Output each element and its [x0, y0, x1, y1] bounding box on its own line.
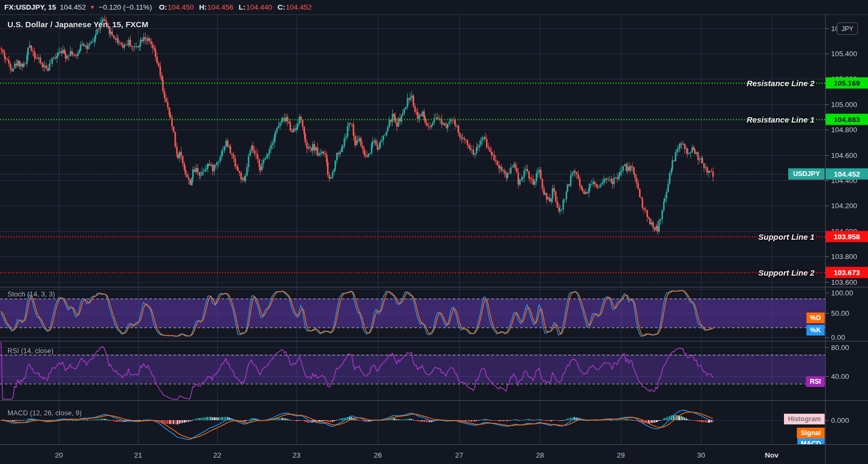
time-axis-label: 23 — [292, 451, 300, 459]
rsi-value-tag: RSI — [806, 376, 825, 387]
current-price-tag: 104.452 — [826, 168, 868, 179]
time-axis-label: Nov — [765, 451, 779, 459]
level-price-tag: 105.169 — [826, 77, 868, 88]
ohlc-item: L:104.440 — [239, 3, 272, 11]
price-axis[interactable]: 105.600105.400105.200105.000104.800104.6… — [825, 15, 868, 444]
level-price-tag: 103.958 — [826, 231, 868, 242]
stoch-pane-title[interactable]: Stoch (14, 3, 3) — [7, 290, 55, 298]
time-axis-label: 28 — [536, 451, 544, 459]
tradingview-chart-app: FX:USDJPY, 15 104.452 ▼ −0.120 (−0.11%) … — [0, 0, 868, 464]
time-axis-label: 20 — [55, 451, 63, 459]
ohlc-item: O:104.450 — [159, 3, 194, 11]
macd-axis-label: 0.000 — [831, 416, 849, 424]
time-axis-label: 29 — [616, 451, 625, 459]
price-axis-label: 105.000 — [831, 100, 857, 108]
stoch-axis-label: 50.00 — [831, 309, 849, 317]
price-change-value: −0.120 (−0.11%) — [99, 3, 153, 11]
stoch-value-tag: %D — [806, 313, 825, 323]
symbol-interval-label[interactable]: FX:USDJPY, 15 — [4, 3, 56, 11]
level-name-label[interactable]: Resistance Line 1 — [747, 115, 814, 124]
price-axis-label: 104.800 — [831, 126, 857, 134]
stoch-axis-label: 0.00 — [831, 333, 845, 341]
rsi-axis-label: 80.00 — [831, 344, 849, 352]
level-price-tag: 103.673 — [826, 267, 868, 278]
price-axis-label: 105.400 — [831, 50, 857, 58]
axis-corner-divider — [825, 445, 826, 464]
time-axis-label: 21 — [134, 451, 142, 459]
level-price-tag: 104.883 — [826, 113, 868, 125]
time-axis-label: 22 — [213, 451, 221, 459]
ohlc-readout: O:104.450H:104.456L:104.440C:104.452 — [159, 3, 312, 11]
level-name-label[interactable]: Support Line 1 — [758, 232, 814, 241]
last-price-value: 104.452 — [60, 3, 86, 11]
price-axis-label: 103.800 — [831, 253, 857, 261]
stoch-value-tag: %K — [806, 325, 825, 336]
time-axis-label: 30 — [697, 451, 705, 459]
time-axis-label: 27 — [455, 451, 463, 459]
currency-toggle-button[interactable]: JPY — [837, 22, 858, 35]
rsi-pane-title[interactable]: RSI (14, close) — [7, 347, 54, 355]
ohlc-item: H:104.456 — [199, 3, 233, 11]
chart-canvas[interactable] — [0, 0, 868, 464]
symbol-info-bar: FX:USDJPY, 15 104.452 ▼ −0.120 (−0.11%) … — [0, 0, 868, 15]
chart-legend-title[interactable]: U.S. Dollar / Japanese Yen, 15, FXCM — [7, 20, 148, 29]
level-name-label[interactable]: Resistance Line 2 — [747, 78, 814, 87]
macd-pane-title[interactable]: MACD (12, 26, close, 9) — [7, 409, 82, 417]
rsi-axis-label: 40.00 — [831, 372, 849, 381]
time-axis-label: 26 — [374, 451, 382, 459]
stoch-axis-label: 100.00 — [831, 289, 853, 297]
price-axis-label: 104.200 — [831, 202, 857, 210]
time-axis[interactable]: 202122232627282930Nov — [0, 444, 868, 464]
price-axis-label: 103.600 — [831, 278, 857, 286]
ohlc-item: C:104.452 — [278, 3, 312, 11]
last-price-symbol-tag: USDJPY — [788, 168, 825, 179]
price-axis-label: 104.600 — [831, 151, 857, 159]
macd-value-tag: Signal — [797, 428, 825, 438]
price-down-arrow-icon: ▼ — [90, 5, 95, 10]
macd-value-tag: Histogram — [784, 414, 825, 424]
level-name-label[interactable]: Support Line 2 — [758, 268, 814, 277]
